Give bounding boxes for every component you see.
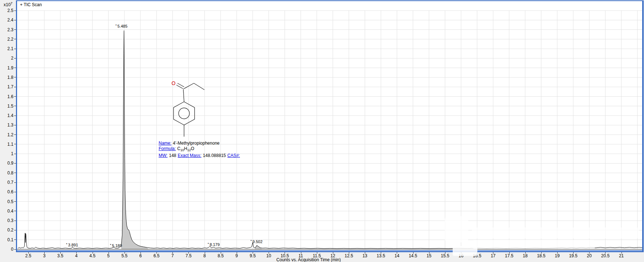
peak-rt-text: 3.891 <box>68 243 78 247</box>
chromatogram-plot[interactable] <box>17 1 642 250</box>
exact-mass-label-link[interactable]: Exact Mass: <box>178 153 201 158</box>
peak-rt-text: 8.179 <box>210 242 220 247</box>
x-axis-tick-label: 3.5 <box>52 253 69 258</box>
y-axis-tick-label: 1.1 <box>0 142 13 147</box>
mw-label-link[interactable]: MW: <box>159 153 167 158</box>
x-axis-tick-label: 3 <box>36 253 53 258</box>
x-axis-tick-label: 2.5 <box>20 253 37 258</box>
y-axis-tick-label: 0.4 <box>0 209 13 214</box>
x-axis-tick-label: 20.5 <box>596 253 614 258</box>
peak-label-8179: *8.179 <box>208 242 220 247</box>
peak-rt-text: 5.485 <box>118 24 128 28</box>
annotation-mass-line: MW:148Exact Mass:148.088815CAS#: <box>159 153 241 158</box>
y-axis-tick-label: 0.7 <box>0 180 13 185</box>
app-window: x107 00.10.20.30.40.50.60.70.80.911.11.2… <box>0 0 644 262</box>
ring-carbonyl-bond <box>183 89 184 102</box>
y-axis-scale-label: x107 <box>4 1 12 7</box>
peak-marker-icon: * <box>115 24 117 27</box>
peak-label-5189: *5.189 <box>110 243 122 248</box>
ch2-ch3-bond <box>194 83 204 90</box>
x-axis-tick-label: 17 <box>484 253 502 258</box>
tic-trace <box>18 31 642 249</box>
x-axis-title: Counts vs. Acquisition Time (min) <box>145 257 472 262</box>
oxygen-atom-label: O <box>172 80 176 86</box>
peak-label-5485: *5.485 <box>115 24 127 28</box>
peak-marker-icon: * <box>250 239 252 243</box>
name-label-link[interactable]: Name: <box>159 141 171 146</box>
x-axis-tick-label: 20 <box>580 253 598 258</box>
y-axis-tick-label: 0.2 <box>0 227 13 233</box>
x-axis-tick-label: 5.5 <box>116 253 133 258</box>
watermark-logo-icon <box>445 216 468 242</box>
c1-ch2-bond <box>183 83 194 89</box>
peak-rt-text: 9.502 <box>253 239 263 244</box>
y-axis-tick-label: 1.8 <box>0 75 13 80</box>
y-axis-tick-label: 1.5 <box>0 104 13 109</box>
y-axis-tick-label: 1.7 <box>0 84 13 89</box>
x-axis-tick-label: 4 <box>68 253 85 258</box>
compound-annotation: Name:4'-Methylpropiophenone Formula:C10H… <box>159 141 241 158</box>
x-axis-tick-label: 17.5 <box>501 253 518 258</box>
y-axis-tick-label: 1 <box>0 151 13 156</box>
peak-rt-text: 5.189 <box>112 243 122 248</box>
y-axis-tick-label: 1.6 <box>0 94 13 99</box>
y-axis-tick-label: 2.2 <box>0 37 13 42</box>
y-axis-tick-label: 2.4 <box>0 17 13 23</box>
x-axis-tick-label: 18.5 <box>533 253 550 258</box>
peak-label-3891: *3.891 <box>66 242 78 247</box>
y-scale-base: x10 <box>4 2 11 7</box>
y-axis-tick-label: 2 <box>0 56 13 61</box>
y-scale-exponent: 7 <box>11 1 12 5</box>
y-axis-tick-label: 0 <box>0 247 13 252</box>
x-axis-tick-label: 4.5 <box>84 253 101 258</box>
peak-label-9502: *9.502 <box>250 239 262 244</box>
y-axis-tick-label: 1.3 <box>0 122 13 128</box>
y-axis-tick-label: 1.9 <box>0 65 13 70</box>
molecule-structure-4-methylpropiophenone: O <box>152 68 232 144</box>
y-axis-tick-label: 2.3 <box>0 27 13 32</box>
x-axis-tick-label: 18 <box>517 253 534 258</box>
y-axis-tick-label: 0.3 <box>0 218 13 223</box>
x-axis-tick-label: 21 <box>613 253 630 258</box>
annotation-formula-line: Formula:C10H12O <box>159 146 241 153</box>
peak-marker-icon: * <box>208 242 209 246</box>
annotation-name-line: Name:4'-Methylpropiophenone <box>159 141 241 146</box>
y-axis-tick-label: 0.1 <box>0 237 13 242</box>
y-axis-tick-label: 1.2 <box>0 132 13 137</box>
y-axis-tick-label: 2.5 <box>0 8 13 13</box>
formula-value: C10H12O <box>177 146 194 151</box>
y-axis-tick-label: 1.4 <box>0 113 13 118</box>
peak-fill-region <box>121 31 148 249</box>
x-axis-tick-label: 5 <box>100 253 117 258</box>
pane-bottom-highlight <box>17 251 642 251</box>
aromatic-circle <box>179 108 189 119</box>
name-value: 4'-Methylpropiophenone <box>173 141 219 146</box>
y-axis-tick-label: 2.1 <box>0 46 13 51</box>
cas-label-link[interactable]: CAS#: <box>227 153 240 158</box>
watermark-text-row <box>472 227 639 238</box>
x-axis-tick-label: 19.5 <box>564 253 582 258</box>
y-axis-tick-label: 0.5 <box>0 199 13 204</box>
pane-title: + TIC Scan <box>20 2 42 7</box>
peak-marker-icon: * <box>66 242 68 246</box>
x-axis-tick-label: 19 <box>549 253 566 258</box>
exact-mass-value: 148.088815 <box>203 153 226 158</box>
chromatogram-pane[interactable]: + TIC Scan *5.485 *3.891 *5.189 *8.179 *… <box>16 0 644 252</box>
watermark-text-row <box>472 240 595 249</box>
mw-value: 148 <box>169 153 176 158</box>
y-axis-tick-label: 0.9 <box>0 161 13 166</box>
y-axis-tick-label: 0.6 <box>0 189 13 194</box>
y-axis-tick-label: 0.8 <box>0 170 13 176</box>
benzene-ring <box>174 102 195 125</box>
formula-label-link[interactable]: Formula: <box>159 146 176 151</box>
peak-marker-icon: * <box>110 243 111 247</box>
watermark-blob <box>453 246 477 256</box>
